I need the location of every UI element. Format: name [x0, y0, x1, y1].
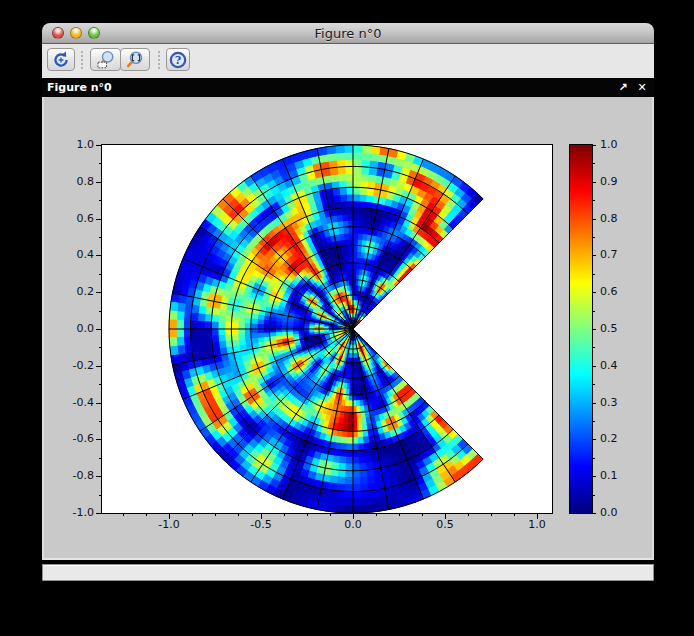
y-axis-tick-label: -0.4 — [48, 396, 94, 409]
y-axis-minor-tick — [99, 458, 102, 459]
figure-canvas-area: -1.0-0.50.00.51.01.00.80.60.40.20.0-0.2-… — [42, 97, 654, 560]
y-axis-tick-label: -0.2 — [48, 359, 94, 372]
x-axis-tick-label: 0.0 — [333, 518, 373, 531]
plot-area — [102, 145, 552, 513]
colorbar-tick-label: 0.8 — [600, 212, 630, 225]
y-axis-tick — [96, 329, 102, 330]
figure-dock-bar: Figure n°0 ↗ ✕ — [42, 78, 654, 97]
y-axis-minor-tick — [99, 347, 102, 348]
colorbar-minor-tick — [592, 458, 595, 459]
mac-title-bar[interactable]: Figure n°0 — [42, 23, 654, 44]
x-axis-minor-tick — [215, 513, 216, 516]
colorbar-minor-tick — [592, 200, 595, 201]
x-axis-minor-tick — [123, 513, 124, 516]
y-axis-minor-tick — [99, 421, 102, 422]
y-axis-tick-label: -0.6 — [48, 432, 94, 445]
colorbar-minor-tick — [592, 421, 595, 422]
x-axis-tick-label: 0.5 — [425, 518, 465, 531]
colorbar-tick — [592, 255, 596, 256]
close-icon[interactable]: ✕ — [635, 81, 649, 94]
colorbar-gradient-canvas — [570, 145, 592, 513]
dock-title: Figure n°0 — [47, 81, 112, 94]
colorbar-tick-label: 1.0 — [600, 138, 630, 151]
toolbar-separator — [81, 51, 83, 69]
figure-toolbar: ? — [42, 44, 654, 78]
y-axis-tick — [96, 476, 102, 477]
figure-window: Figure n°0 — [42, 23, 654, 581]
zoom-area-icon — [95, 49, 117, 71]
colorbar — [570, 145, 592, 513]
y-axis-tick — [96, 182, 102, 183]
colorbar-minor-tick — [592, 163, 595, 164]
colorbar-tick-label: 0.1 — [600, 469, 630, 482]
x-axis-minor-tick — [330, 513, 331, 516]
colorbar-tick-label: 0.9 — [600, 175, 630, 188]
y-axis-tick — [96, 255, 102, 256]
y-axis-tick — [96, 366, 102, 367]
y-axis-tick — [96, 292, 102, 293]
undock-icon[interactable]: ↗ — [616, 81, 630, 94]
y-axis-tick-label: -0.8 — [48, 469, 94, 482]
help-icon: ? — [167, 49, 189, 71]
y-axis-tick — [96, 219, 102, 220]
zoom-out-button[interactable] — [120, 48, 150, 71]
y-axis-tick-label: 0.6 — [48, 212, 94, 225]
colorbar-tick-label: 0.6 — [600, 285, 630, 298]
y-axis-minor-tick — [99, 163, 102, 164]
colorbar-tick-label: 0.2 — [600, 432, 630, 445]
window-title: Figure n°0 — [42, 26, 654, 41]
colorbar-minor-tick — [592, 274, 595, 275]
x-axis-minor-tick — [399, 513, 400, 516]
zoom-area-button[interactable] — [90, 48, 121, 71]
status-bar — [42, 564, 654, 581]
x-axis-minor-tick — [192, 513, 193, 516]
x-axis-minor-tick — [376, 513, 377, 516]
help-button[interactable]: ? — [166, 48, 190, 71]
y-axis-minor-tick — [99, 311, 102, 312]
y-axis-tick-label: 1.0 — [48, 138, 94, 151]
colorbar-tick-label: 0.3 — [600, 396, 630, 409]
y-axis-minor-tick — [99, 237, 102, 238]
y-axis-tick-label: 0.4 — [48, 248, 94, 261]
y-axis-tick-label: 0.8 — [48, 175, 94, 188]
y-axis-tick — [96, 145, 102, 146]
y-axis-minor-tick — [99, 495, 102, 496]
x-axis-minor-tick — [307, 513, 308, 516]
colorbar-minor-tick — [592, 384, 595, 385]
colorbar-tick — [592, 439, 596, 440]
y-axis-tick — [96, 513, 102, 514]
x-axis-minor-tick — [468, 513, 469, 516]
colorbar-minor-tick — [592, 237, 595, 238]
x-axis-minor-tick — [284, 513, 285, 516]
toolbar-separator — [158, 51, 160, 69]
y-axis-minor-tick — [99, 384, 102, 385]
colorbar-minor-tick — [592, 347, 595, 348]
colorbar-tick — [592, 513, 596, 514]
y-axis-minor-tick — [99, 274, 102, 275]
y-axis-tick-label: 0.2 — [48, 285, 94, 298]
colorbar-minor-tick — [592, 495, 595, 496]
colorbar-tick — [592, 476, 596, 477]
colorbar-tick-label: 0.7 — [600, 248, 630, 261]
colorbar-tick-label: 0.5 — [600, 322, 630, 335]
polar-heatmap-canvas[interactable] — [102, 145, 552, 513]
y-axis-minor-tick — [99, 200, 102, 201]
colorbar-tick — [592, 219, 596, 220]
y-axis-tick-label: 0.0 — [48, 322, 94, 335]
colorbar-minor-tick — [592, 311, 595, 312]
x-axis-tick-label: -1.0 — [149, 518, 189, 531]
zoom-out-icon — [124, 49, 146, 71]
x-axis-minor-tick — [146, 513, 147, 516]
colorbar-tick — [592, 366, 596, 367]
zoom-reset-button[interactable] — [47, 48, 75, 71]
colorbar-tick — [592, 292, 596, 293]
x-axis-minor-tick — [514, 513, 515, 516]
colorbar-tick-label: 0.0 — [600, 506, 630, 519]
y-axis-tick-label: -1.0 — [48, 506, 94, 519]
colorbar-tick — [592, 403, 596, 404]
colorbar-tick — [592, 182, 596, 183]
zoom-reset-icon — [50, 49, 72, 71]
colorbar-tick — [592, 329, 596, 330]
y-axis-tick — [96, 439, 102, 440]
colorbar-tick — [592, 145, 596, 146]
